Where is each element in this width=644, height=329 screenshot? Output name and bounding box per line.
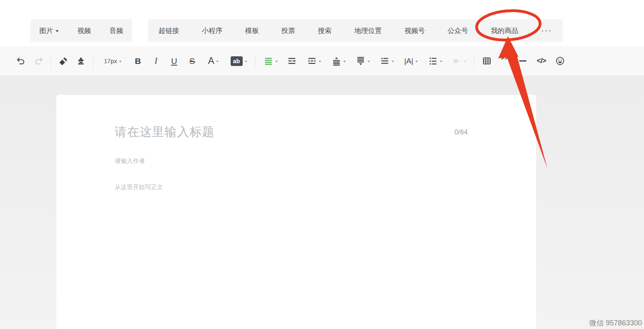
menu-item-search[interactable]: 搜索 [318,26,332,35]
menu-item-label: 音频 [109,26,123,35]
toolbar-divider [474,54,474,68]
list-style-icon [380,56,390,66]
menu-item-template[interactable]: 模板 [245,26,259,35]
author-input[interactable]: 请输入作者 [115,157,468,165]
chevron-down-icon [392,61,394,62]
highlight-color-dropdown[interactable]: ab [225,52,252,70]
chevron-down-icon [216,61,219,62]
insert-menu-group: 超链接 小程序 模板 投票 搜索 地理位置 视频号 公众号 我的商品 ··· [148,19,563,42]
space-below-dropdown[interactable] [351,52,375,70]
watermark: 微信 957863300 [589,318,642,328]
chevron-down-icon [275,61,278,62]
indent-both-icon [307,56,317,66]
format-painter-button[interactable] [72,52,90,70]
clear-format-button[interactable] [54,52,72,70]
emoji-icon [555,56,565,66]
font-size-dropdown[interactable]: 17px [97,52,129,70]
letter-spacing-dropdown[interactable]: |A| [399,52,423,70]
table-button[interactable] [477,52,496,70]
italic-label: I [155,56,157,66]
insert-menu-bar: 图片 视频 音频 超链接 小程序 模板 投票 搜索 地理位置 视频号 公众号 我… [31,19,563,42]
horizontal-rule-icon [519,60,526,62]
format-toolbar: 17px B I U S A ab [0,46,644,76]
eraser-icon [58,56,68,66]
font-color-label: A [208,56,214,66]
font-size-value: 17px [104,58,117,64]
code-icon: </> [537,57,546,65]
menu-item-location[interactable]: 地理位置 [354,26,382,35]
undo-button[interactable] [12,52,30,70]
bullet-list-dropdown[interactable] [423,52,447,70]
undo-icon [16,56,26,66]
chevron-down-icon [440,61,442,62]
underline-button[interactable]: U [165,52,183,70]
menu-item-label: 小程序 [202,26,222,35]
redo-button[interactable] [30,52,47,70]
list-style-dropdown[interactable] [375,52,399,70]
horizontal-rule-button[interactable] [514,52,532,70]
menu-item-label: 公众号 [448,26,468,35]
menu-item-video[interactable]: 视频 [77,26,91,35]
toolbar-divider [51,54,51,68]
menu-item-official-account[interactable]: 公众号 [448,26,468,35]
menu-more-button[interactable]: ··· [541,26,552,35]
line-height-icon [264,56,273,66]
format-painter-icon [76,56,86,66]
menu-item-miniprogram[interactable]: 小程序 [202,26,222,35]
strikethrough-label: S [189,56,195,66]
emoji-button[interactable] [551,52,569,70]
body-input[interactable]: 从这里开始写正文 [115,183,468,191]
menu-item-vote[interactable]: 投票 [281,26,295,35]
menu-item-label: 超链接 [159,26,179,35]
bullet-list-icon [428,56,438,66]
bold-button[interactable]: B [129,52,147,70]
chevron-down-icon [464,61,466,62]
menu-item-label: 投票 [281,26,295,35]
title-input[interactable]: 请在这里输入标题 [115,124,215,140]
wechat-article-editor: 图片 视频 音频 超链接 小程序 模板 投票 搜索 地理位置 视频号 公众号 我… [0,0,644,329]
indent-button[interactable] [282,52,301,70]
menu-item-label: 视频号 [405,26,425,35]
bold-label: B [135,56,141,66]
menu-item-image[interactable]: 图片 [39,26,59,35]
image-align-dropdown-disabled [447,52,471,70]
chevron-down-icon [343,61,346,62]
menu-item-label: 视频 [77,26,91,35]
menu-item-label: 模板 [245,26,259,35]
chevron-down-icon [415,61,418,62]
menu-item-label: 搜索 [318,26,332,35]
article-card: 请在这里输入标题 0/64 请输入作者 从这里开始写正文 [56,95,536,329]
menu-item-label: 地理位置 [354,26,382,35]
chevron-down-icon [245,61,247,62]
menu-item-channels[interactable]: 视频号 [405,26,425,35]
space-above-icon [332,56,341,66]
strikethrough-button[interactable]: S [183,52,201,70]
toolbar-divider [255,54,256,68]
indent-both-dropdown[interactable] [301,52,326,70]
chevron-down-icon [367,61,370,62]
table-icon [482,56,492,66]
quote-icon: ” [501,56,509,66]
menu-item-label: 我的商品 [491,26,518,35]
chevron-down-icon [119,61,122,62]
space-above-dropdown[interactable] [326,52,351,70]
letter-spacing-icon: |A| [404,57,413,66]
more-dots-icon: ··· [541,26,552,35]
italic-button[interactable]: I [147,52,165,70]
menu-item-my-products[interactable]: 我的商品 [491,26,518,35]
image-align-icon [452,56,462,66]
quote-button[interactable]: ” [496,52,514,70]
indent-right-icon [287,56,297,66]
line-height-dropdown[interactable] [259,52,282,70]
media-menu-group: 图片 视频 音频 [31,19,132,42]
code-button[interactable]: </> [532,52,551,70]
space-below-icon [356,56,365,66]
highlight-icon: ab [231,56,243,66]
title-row: 请在这里输入标题 0/64 [115,124,468,140]
menu-item-hyperlink[interactable]: 超链接 [159,26,179,35]
chevron-down-icon [56,30,59,32]
menu-item-audio[interactable]: 音频 [109,26,123,35]
title-counter: 0/64 [454,128,468,136]
menu-item-label: 图片 [39,26,53,35]
font-color-dropdown[interactable]: A [201,52,225,70]
